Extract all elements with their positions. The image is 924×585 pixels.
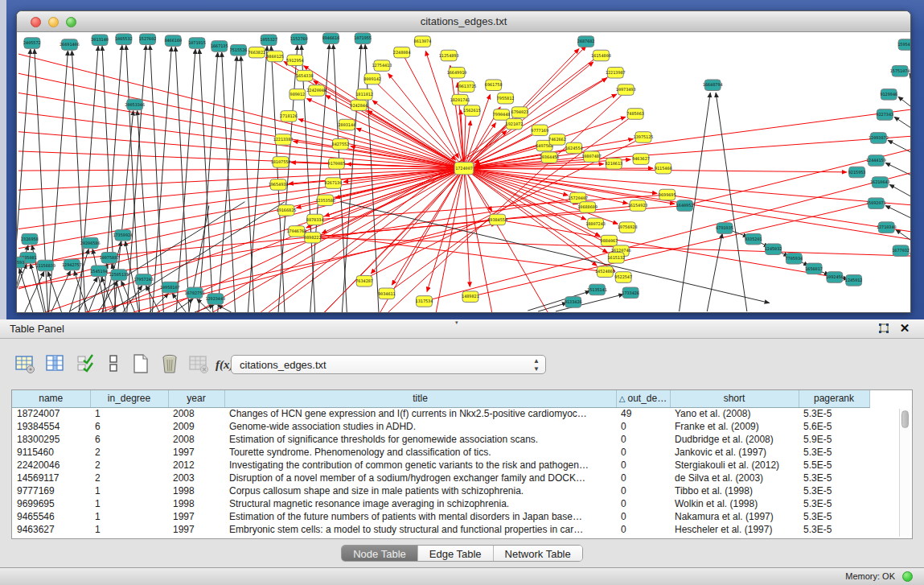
column-header-short[interactable]: short bbox=[670, 390, 799, 407]
table-row[interactable]: 1830029562008Estimation of significance … bbox=[12, 433, 869, 446]
graph-node-label: 16154808 bbox=[591, 53, 611, 58]
graph-node-label: 15720407 bbox=[568, 196, 588, 200]
table-panel-title: Table Panel bbox=[10, 323, 64, 335]
table-cell: 1998 bbox=[168, 484, 224, 497]
graph-node-label: 11156839 bbox=[35, 263, 55, 268]
table-cell: 5.3E-5 bbox=[799, 407, 869, 420]
graph-node-label: 1055327 bbox=[260, 37, 277, 42]
column-header-year[interactable]: year bbox=[168, 390, 224, 407]
network-window-titlebar[interactable]: citations_edges.txt bbox=[17, 11, 910, 32]
graph-node-label: 1595417 bbox=[897, 42, 910, 47]
graph-node-label: 18201741 bbox=[450, 97, 470, 102]
table-row[interactable]: 1938455462009Genome-wide association stu… bbox=[12, 420, 869, 433]
graph-node-label: 16648794 bbox=[703, 83, 723, 88]
table-cell: 9777169 bbox=[12, 484, 90, 497]
column-header-out_de[interactable]: △out_de… bbox=[616, 390, 670, 407]
graph-node-label: 10688609 bbox=[577, 204, 598, 209]
row-height-icon[interactable] bbox=[103, 353, 125, 376]
splitter-handle[interactable]: ▾ bbox=[455, 320, 463, 325]
graph-node-label: 7990448 bbox=[493, 112, 511, 117]
table-row[interactable]: 977716911998Corpus callosum shape and si… bbox=[12, 484, 869, 497]
graph-node-label: 2803144 bbox=[338, 122, 355, 127]
table-row[interactable]: 2242004622012Investigating the contribut… bbox=[12, 459, 869, 472]
table-row[interactable]: 1872400712008Changes of HCN gene express… bbox=[12, 407, 869, 420]
tab-node-table[interactable]: Node Table bbox=[342, 546, 418, 562]
column-header-in_degree[interactable]: in_degree bbox=[90, 390, 168, 407]
graph-node-label: 12710340 bbox=[877, 225, 897, 229]
column-header-title[interactable]: title bbox=[224, 390, 616, 407]
graph-edge bbox=[222, 52, 236, 312]
network-window[interactable]: citations_edges.txt 24055722669140620131… bbox=[16, 10, 911, 313]
table-cell: 0 bbox=[616, 420, 670, 433]
graph-node-label: 1092450 bbox=[826, 274, 844, 279]
graph-node-label: 18807243 bbox=[585, 221, 606, 226]
table-cell: 0 bbox=[616, 459, 670, 472]
table-cell: Changes of HCN gene expression and I(f) … bbox=[224, 407, 616, 420]
tab-network-table[interactable]: Network Table bbox=[494, 546, 582, 562]
graph-edge bbox=[464, 136, 910, 169]
graph-node-label: 19166825 bbox=[277, 208, 297, 212]
graph-edge bbox=[340, 202, 769, 303]
graph-node-label: 7663822 bbox=[248, 50, 265, 55]
table-cell: Franke et al. (2009) bbox=[670, 420, 799, 433]
table-cell: Corpus callosum shape and size in male p… bbox=[224, 484, 616, 497]
graph-node-label: 9335201 bbox=[745, 237, 762, 241]
graph-node-label: 8878334 bbox=[306, 217, 324, 222]
graph-edge bbox=[464, 168, 470, 286]
table-cell: 5.5E-5 bbox=[799, 459, 869, 472]
table-cell: 5.3E-5 bbox=[799, 523, 869, 536]
column-select-icon[interactable] bbox=[45, 353, 68, 376]
graph-node-label: 7515526 bbox=[230, 47, 248, 52]
graph-node-label: 14524861 bbox=[595, 270, 615, 274]
table-panel-titlebar[interactable]: Table Panel ▾ ✕ bbox=[0, 319, 924, 339]
table-row[interactable]: 946362711997Embryonic stem cells: a mode… bbox=[12, 523, 869, 536]
table-cell: Estimation of significance thresholds fo… bbox=[224, 433, 616, 446]
graph-edge bbox=[307, 99, 464, 169]
attribute-table[interactable]: namein_degreeyeartitle△out_de…shortpager… bbox=[11, 389, 913, 539]
graph-node-label: 8427552 bbox=[332, 142, 350, 146]
table-row[interactable]: 911546021997Tourette syndrome. Phenomeno… bbox=[12, 446, 869, 459]
graph-node-label: 9860125 bbox=[266, 54, 284, 59]
table-cell: 2008 bbox=[168, 407, 224, 420]
table-source-dropdown[interactable]: citations_edges.txt ▲▼ bbox=[231, 355, 546, 374]
float-panel-icon[interactable] bbox=[877, 323, 890, 336]
delete-trash-icon[interactable] bbox=[159, 353, 182, 376]
graph-node-label: 2248084 bbox=[393, 50, 411, 55]
column-header-pagerank[interactable]: pagerank bbox=[799, 390, 869, 407]
graph-node-label: 9884067 bbox=[601, 238, 618, 243]
table-cell: 6 bbox=[90, 433, 168, 446]
network-canvas[interactable]: 2405572266914062013140106553215276028466… bbox=[17, 32, 910, 312]
graph-node-label: 9242844 bbox=[350, 103, 368, 108]
new-document-icon[interactable] bbox=[130, 353, 153, 376]
graph-edge bbox=[127, 45, 146, 312]
table-cell: 5.9E-5 bbox=[799, 433, 869, 446]
table-cell: 22420046 bbox=[12, 459, 90, 472]
column-header-name[interactable]: name bbox=[12, 390, 90, 407]
table-row[interactable]: 946554611997Estimation of the future num… bbox=[12, 510, 869, 523]
delete-table-icon[interactable] bbox=[188, 353, 211, 376]
memory-status-label: Memory: OK bbox=[845, 571, 895, 581]
graph-node-label: 1724007 bbox=[455, 166, 473, 171]
graph-node-label: 9115460 bbox=[655, 166, 672, 171]
graph-node-label: 10958107 bbox=[160, 285, 180, 290]
table-vertical-scrollbar[interactable] bbox=[899, 409, 910, 537]
select-rows-icon[interactable] bbox=[76, 353, 98, 376]
table-cell: 0 bbox=[616, 497, 670, 510]
graph-node-label: 16782759 bbox=[185, 290, 205, 295]
table-row[interactable]: 969969511998Structural magnetic resonanc… bbox=[12, 497, 869, 510]
tab-edge-table[interactable]: Edge Table bbox=[418, 546, 494, 562]
table-cell: 6 bbox=[90, 420, 168, 433]
table-cell: 0 bbox=[616, 433, 670, 446]
table-row[interactable]: 1456911722003Disruption of a novel membe… bbox=[12, 472, 869, 484]
table-cell: 2012 bbox=[168, 459, 224, 472]
table-cell: 1 bbox=[90, 407, 168, 420]
graph-edge bbox=[885, 163, 910, 179]
table-settings-icon[interactable] bbox=[14, 353, 37, 376]
table-cell: 19384554 bbox=[12, 420, 90, 433]
close-panel-icon[interactable]: ✕ bbox=[898, 322, 911, 335]
graph-node-label: 1654338 bbox=[296, 73, 314, 78]
graph-node-label: 9699695 bbox=[659, 192, 676, 197]
graph-node-label: 1656017 bbox=[805, 266, 823, 271]
table-cell: 9699695 bbox=[12, 497, 90, 510]
scrollbar-thumb[interactable] bbox=[901, 410, 909, 428]
